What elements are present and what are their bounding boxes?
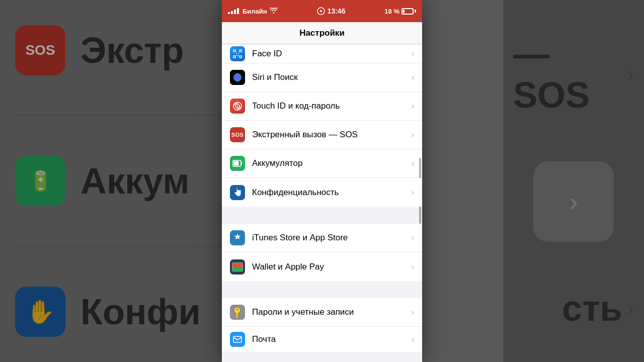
settings-panel: Билайн 13:46 18 % — [222, 0, 422, 362]
battery-settings-svg — [232, 160, 243, 167]
battery-settings-chevron: › — [412, 159, 414, 168]
siri-label: Siri и Поиск — [252, 72, 409, 82]
key-shape: 🔑 — [230, 305, 245, 319]
passwords-chevron: › — [412, 308, 414, 317]
settings-row-passwords[interactable]: 🔑 Пароли и учетные записи › — [222, 298, 422, 327]
faceid-svg — [233, 49, 242, 58]
time-display: 13:46 — [328, 7, 346, 15]
privacy-label: Конфиденциальность — [252, 188, 409, 198]
settings-row-touchid[interactable]: Touch ID и код-пароль › — [222, 92, 422, 121]
wallet-icon — [230, 259, 245, 275]
svg-rect-5 — [239, 56, 242, 58]
touchid-icon — [230, 99, 245, 114]
battery-tip — [415, 10, 416, 13]
settings-row-itunes[interactable]: iTunes Store и App Store › — [222, 224, 422, 252]
svg-rect-2 — [233, 50, 235, 52]
settings-row-siri[interactable]: Siri и Поиск › — [222, 63, 422, 92]
settings-row-battery[interactable]: Аккумулятор › — [222, 149, 422, 178]
svg-rect-16 — [241, 162, 242, 165]
sos-chevron: › — [412, 130, 414, 139]
mail-chevron: › — [412, 335, 414, 344]
section-divider-1 — [222, 207, 422, 224]
battery-settings-icon — [230, 156, 245, 171]
itunes-label: iTunes Store и App Store — [252, 233, 409, 243]
signal-bars — [228, 8, 239, 14]
signal-bar-1 — [228, 12, 230, 14]
siri-chevron: › — [412, 73, 414, 82]
mail-svg — [233, 336, 242, 343]
battery-settings-label: Аккумулятор — [252, 158, 409, 168]
svg-rect-15 — [234, 161, 239, 166]
nav-title: Настройки — [299, 28, 345, 38]
battery-fill — [403, 10, 405, 13]
nav-bar: Настройки — [222, 22, 422, 44]
faceid-label: Face ID — [252, 49, 409, 59]
touchid-svg — [232, 101, 243, 111]
status-center: 13:46 — [317, 7, 346, 15]
settings-group-2: iTunes Store и App Store › Wallet и Appl… — [222, 224, 422, 281]
svg-point-10 — [235, 73, 240, 82]
signal-bar-4 — [237, 8, 239, 14]
sos-text-label: SOS — [231, 132, 244, 138]
wallet-chevron: › — [412, 262, 414, 272]
itunes-chevron: › — [412, 233, 414, 242]
mail-label: Почта — [252, 334, 409, 344]
siri-svg — [230, 70, 245, 85]
sos-label: Экстренный вызов — SOS — [252, 130, 409, 140]
appstore-svg — [232, 233, 243, 243]
signal-bar-3 — [234, 10, 236, 14]
privacy-icon — [230, 185, 245, 200]
faceid-chevron: › — [412, 49, 414, 58]
battery-percent: 18 % — [384, 8, 399, 15]
wallet-inner — [232, 262, 243, 272]
settings-list: Face ID › — [222, 44, 422, 362]
settings-row-mail[interactable]: Почта › — [222, 327, 422, 352]
status-bar: Билайн 13:46 18 % — [222, 0, 422, 22]
svg-rect-4 — [233, 56, 235, 58]
carrier-name: Билайн — [243, 8, 267, 15]
settings-group-1: Face ID › — [222, 44, 422, 207]
settings-group-3: 🔑 Пароли и учетные записи › Почта › — [222, 298, 422, 352]
settings-row-faceid[interactable]: Face ID › — [222, 44, 422, 63]
battery-icon — [401, 8, 416, 15]
passwords-label: Пароли и учетные записи — [252, 307, 409, 317]
svg-rect-3 — [239, 50, 242, 52]
svg-rect-17 — [233, 336, 242, 342]
location-icon — [317, 7, 325, 15]
siri-icon — [230, 70, 245, 85]
wifi-icon — [270, 7, 278, 15]
settings-row-wallet[interactable]: Wallet и Apple Pay › — [222, 252, 422, 281]
section-divider-2 — [222, 281, 422, 298]
appstore-icon — [230, 230, 245, 245]
faceid-icon — [230, 46, 245, 61]
hand-svg — [232, 187, 243, 198]
settings-row-sos[interactable]: SOS Экстренный вызов — SOS › — [222, 121, 422, 149]
svg-point-13 — [237, 106, 238, 107]
settings-row-privacy[interactable]: Конфиденциальность › — [222, 178, 422, 207]
status-left: Билайн — [228, 7, 278, 15]
svg-point-1 — [320, 10, 322, 12]
mail-icon — [230, 332, 245, 347]
touchid-label: Touch ID и код-пароль — [252, 101, 409, 111]
status-right: 18 % — [384, 8, 416, 15]
privacy-chevron: › — [412, 188, 414, 197]
sos-icon: SOS — [230, 127, 245, 142]
battery-body — [401, 8, 414, 15]
wallet-label: Wallet и Apple Pay — [252, 262, 409, 272]
touchid-chevron: › — [412, 102, 414, 111]
signal-bar-2 — [231, 11, 233, 14]
key-icon: 🔑 — [230, 305, 245, 320]
